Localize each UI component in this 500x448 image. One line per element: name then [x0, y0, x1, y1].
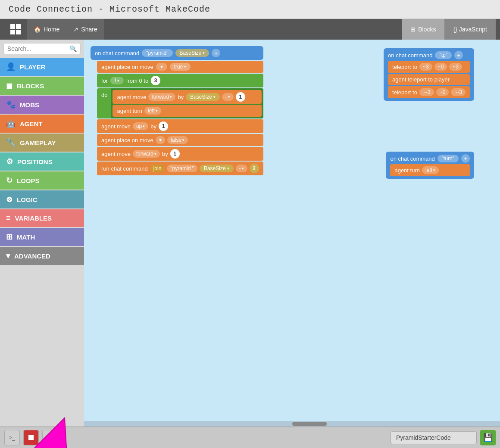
sidebar-item-variables[interactable]: ≡ VARIABLES — [0, 209, 84, 227]
tp-v2: ~0 — [434, 63, 447, 71]
add-param-button[interactable]: + — [212, 49, 220, 57]
for-block[interactable]: for i ▾ from 0 to 3 — [97, 74, 263, 87]
agent-place-on-move-block[interactable]: agent place on move ▾ true ▾ — [97, 61, 263, 73]
cmd-value: "pyramid" — [142, 49, 172, 57]
turn-dir-dropdown[interactable]: left ▾ — [144, 107, 161, 115]
turn-add-button[interactable]: + — [461, 154, 470, 163]
sidebar-item-advanced[interactable]: ▾ ADVANCED — [0, 247, 84, 265]
sidebar-item-agent[interactable]: 🤖 AGENT — [0, 115, 84, 133]
loops-icon: ↻ — [6, 176, 12, 185]
sidebar-item-mobs[interactable]: 🐾 MOBS — [0, 96, 84, 114]
agent-place-label: agent place on move — [101, 64, 153, 70]
param-label: BaseSize — [180, 50, 202, 56]
terminal-button[interactable]: >_ — [4, 430, 20, 445]
search-box: 🔍 — [3, 43, 81, 54]
sidebar-item-logic[interactable]: ⊗ LOGIC — [0, 190, 84, 208]
agent-move-forward2-block[interactable]: agent move forward ▾ by 1 — [97, 147, 263, 161]
agent-teleport-to-player-row[interactable]: agent teleport to player — [388, 74, 470, 85]
move-dir-dropdown[interactable]: forward ▾ — [148, 93, 175, 101]
settings-button[interactable]: ⚙ — [42, 430, 58, 445]
teleport-to-label: teleport to — [392, 64, 417, 70]
sidebar-item-gameplay[interactable]: 🔧 GAMEPLAY — [0, 134, 84, 152]
agent-place-on-move2-block[interactable]: agent place on move ▾ false ▾ — [97, 134, 263, 146]
positions-icon: ⚙ — [6, 157, 13, 166]
svg-rect-0 — [10, 24, 15, 29]
logo — [4, 20, 27, 39]
loops-label: LOOPS — [17, 177, 40, 184]
fwd-val-circle: 1 — [170, 149, 180, 159]
player-label: PLAYER — [20, 63, 45, 71]
run-label: run chat command — [101, 165, 148, 172]
teleport-to-label2: teleport to — [392, 89, 417, 96]
logic-icon: ⊗ — [6, 195, 12, 204]
place2-label: agent place on move — [101, 137, 153, 143]
basesize-dropdown[interactable]: BaseSize ▾ — [175, 49, 209, 57]
scrollbar-thumb[interactable] — [292, 422, 327, 426]
search-input[interactable] — [7, 45, 67, 52]
tp-add-button[interactable]: + — [454, 51, 463, 59]
block-container: on chat command "pyramid" BaseSize ▾ + a… — [84, 40, 500, 426]
tp-r3-v1: ~-3 — [419, 88, 434, 96]
blocks-button[interactable]: ⊞ Blocks — [402, 19, 444, 40]
turn-outer: on chat command "turn" + agent turn left… — [386, 152, 474, 179]
svg-marker-4 — [30, 418, 67, 426]
agent-label: AGENT — [20, 120, 43, 128]
place-move-dropdown[interactable]: ▾ — [156, 63, 167, 71]
true-dropdown[interactable]: true ▾ — [170, 63, 191, 71]
teleport-to-row3[interactable]: teleport to ~-3 ~0 ~-3 — [388, 86, 470, 98]
svg-rect-5 — [28, 435, 34, 440]
join-minus-dropdown[interactable]: - ▾ — [236, 165, 247, 172]
variables-icon: ≡ — [6, 214, 11, 223]
join-param-dropdown[interactable]: BaseSize ▾ — [200, 165, 234, 172]
for-var-dropdown[interactable]: i ▾ — [110, 77, 124, 84]
teleport-to-row1[interactable]: teleport to ~3 ~0 ~3 — [388, 61, 470, 73]
sidebar-item-positions[interactable]: ⚙ POSITIONS — [0, 152, 84, 171]
turn-dir-dropdown2[interactable]: left ▾ — [422, 166, 439, 174]
move-minus-dropdown[interactable]: - ▾ — [222, 93, 234, 101]
agent-move-forward-block[interactable]: agent move forward ▾ by BaseSize ▾ — [112, 90, 261, 104]
sidebar-item-loops[interactable]: ↻ LOOPS — [0, 171, 84, 190]
sidebar-item-player[interactable]: 👤 PLAYER — [0, 58, 84, 76]
save-button[interactable]: 💾 — [480, 430, 496, 445]
move-val-circle: 1 — [236, 92, 245, 102]
agent-turn-left-row[interactable]: agent turn left ▾ — [390, 164, 470, 176]
tp-header-row: on chat command "tp" + — [388, 51, 470, 59]
home-button[interactable]: 🏠 Home — [27, 19, 66, 40]
agent-move-up-block[interactable]: agent move up ▾ by 1 — [97, 119, 263, 133]
true-val: true — [174, 64, 183, 70]
mobs-icon: 🐾 — [6, 100, 16, 109]
math-label: MATH — [17, 233, 35, 241]
top-nav: 🏠 Home ↗ Share ⊞ Blocks {} JavaScript — [0, 19, 500, 40]
up-label: agent move — [101, 123, 131, 130]
from-val-circle: 3 — [151, 76, 160, 85]
project-name-input[interactable] — [391, 431, 477, 444]
svg-rect-1 — [16, 24, 21, 29]
tp-r3-v2: ~0 — [436, 88, 449, 96]
up-val-circle: 1 — [159, 121, 168, 131]
sidebar: 🔍 👤 PLAYER ◼ BLOCKS 🐾 MOBS 🤖 AGENT 🔧 GAM… — [0, 40, 84, 426]
javascript-button[interactable]: {} JavaScript — [444, 19, 496, 40]
dropdown-arrow: ▾ — [203, 51, 205, 55]
sidebar-item-math[interactable]: ⊞ MATH — [0, 228, 84, 246]
stop-button[interactable] — [23, 430, 39, 445]
move-label: agent move — [117, 94, 146, 100]
on-chat-command-block[interactable]: on chat command "pyramid" BaseSize ▾ + — [91, 46, 263, 60]
math-icon: ⊞ — [6, 232, 12, 242]
run-chat-command-block[interactable]: run chat command join "pyramid " BaseSiz… — [97, 162, 263, 175]
do-block: do agent move forward ▾ by BaseSize — [97, 88, 263, 118]
agent-turn-block[interactable]: agent turn left ▾ — [112, 105, 261, 117]
main-layout: 🔍 👤 PLAYER ◼ BLOCKS 🐾 MOBS 🤖 AGENT 🔧 GAM… — [0, 40, 500, 426]
sidebar-item-blocks[interactable]: ◼ BLOCKS — [0, 77, 84, 95]
javascript-label: {} JavaScript — [453, 26, 487, 33]
horizontal-scrollbar[interactable] — [84, 421, 500, 426]
move-param-dropdown[interactable]: BaseSize ▾ — [186, 93, 220, 101]
false-dropdown[interactable]: false ▾ — [167, 136, 188, 144]
up-dir-dropdown[interactable]: up ▾ — [133, 122, 148, 130]
share-button[interactable]: ↗ Share — [66, 19, 104, 40]
tp-outer: on chat command "tp" + teleport to ~3 ~0 — [384, 48, 474, 101]
place2-dropdown[interactable]: ▾ — [156, 136, 165, 144]
player-icon: 👤 — [6, 62, 16, 72]
tp-v1: ~3 — [419, 63, 432, 71]
project-name-box: 💾 — [391, 430, 496, 445]
fwd-dir-dropdown[interactable]: forward ▾ — [133, 150, 160, 158]
